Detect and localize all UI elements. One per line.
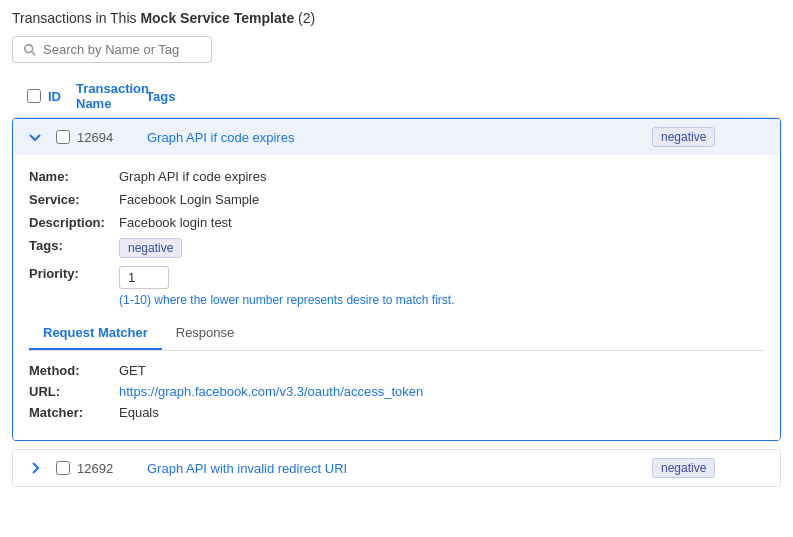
- search-icon: [23, 43, 37, 57]
- transaction-row-expanded: 12694 Graph API if code expires negative…: [12, 118, 781, 441]
- transaction-tags-1: negative: [652, 127, 772, 147]
- method-value: GET: [119, 363, 146, 378]
- col-header-name: Transaction Name: [76, 81, 146, 111]
- collapse-icon[interactable]: [21, 129, 49, 145]
- col-header-id: ID: [48, 89, 76, 104]
- tag-badge-negative-1: negative: [652, 127, 715, 147]
- detail-service-label: Service:: [29, 192, 119, 207]
- detail-description-row: Description: Facebook login test: [29, 215, 764, 230]
- method-row: Method: GET: [29, 363, 764, 378]
- page-title: Transactions in This Mock Service Templa…: [12, 10, 781, 26]
- detail-name-row: Name: Graph API if code expires: [29, 169, 764, 184]
- priority-hint: (1-10) where the lower number represents…: [119, 293, 764, 307]
- detail-service-row: Service: Facebook Login Sample: [29, 192, 764, 207]
- row-checkbox-2[interactable]: [49, 461, 77, 475]
- detail-tags-label: Tags:: [29, 238, 119, 253]
- transaction-tags-2: negative: [652, 458, 772, 478]
- url-label: URL:: [29, 384, 119, 399]
- tab-response[interactable]: Response: [162, 317, 249, 350]
- tab-request-matcher[interactable]: Request Matcher: [29, 317, 162, 350]
- table-header: ID Transaction Name Tags: [12, 75, 781, 118]
- detail-description-value: Facebook login test: [119, 215, 232, 230]
- expand-icon[interactable]: [21, 460, 49, 476]
- tabs-bar: Request Matcher Response: [29, 317, 764, 351]
- detail-priority-row: Priority:: [29, 266, 764, 289]
- priority-input[interactable]: [119, 266, 169, 289]
- method-section: Method: GET URL: https://graph.facebook.…: [29, 363, 764, 420]
- detail-tag-badge: negative: [119, 238, 182, 258]
- url-value[interactable]: https://graph.facebook.com/v3.3/oauth/ac…: [119, 384, 423, 399]
- matcher-row: Matcher: Equals: [29, 405, 764, 420]
- row-header-expanded[interactable]: 12694 Graph API if code expires negative: [13, 119, 780, 155]
- detail-tags-row: Tags: negative: [29, 238, 764, 258]
- detail-priority-label: Priority:: [29, 266, 119, 281]
- expanded-content: Name: Graph API if code expires Service:…: [13, 155, 780, 440]
- detail-name-label: Name:: [29, 169, 119, 184]
- url-row: URL: https://graph.facebook.com/v3.3/oau…: [29, 384, 764, 399]
- row-checkbox-1[interactable]: [49, 130, 77, 144]
- transaction-id-2: 12692: [77, 461, 147, 476]
- select-all-checkbox[interactable]: [20, 89, 48, 103]
- transaction-id-1: 12694: [77, 130, 147, 145]
- transaction-name-2: Graph API with invalid redirect URI: [147, 461, 652, 476]
- detail-name-value: Graph API if code expires: [119, 169, 266, 184]
- detail-service-value: Facebook Login Sample: [119, 192, 259, 207]
- matcher-label: Matcher:: [29, 405, 119, 420]
- detail-description-label: Description:: [29, 215, 119, 230]
- search-bar: [12, 36, 212, 63]
- tag-badge-negative-2: negative: [652, 458, 715, 478]
- transaction-name-1: Graph API if code expires: [147, 130, 652, 145]
- svg-line-1: [32, 51, 36, 55]
- transaction-row-collapsed: 12692 Graph API with invalid redirect UR…: [12, 449, 781, 487]
- row-header-collapsed[interactable]: 12692 Graph API with invalid redirect UR…: [13, 450, 780, 486]
- method-label: Method:: [29, 363, 119, 378]
- svg-point-0: [25, 44, 33, 52]
- search-input[interactable]: [43, 42, 201, 57]
- col-header-tags: Tags: [146, 89, 653, 104]
- matcher-value: Equals: [119, 405, 159, 420]
